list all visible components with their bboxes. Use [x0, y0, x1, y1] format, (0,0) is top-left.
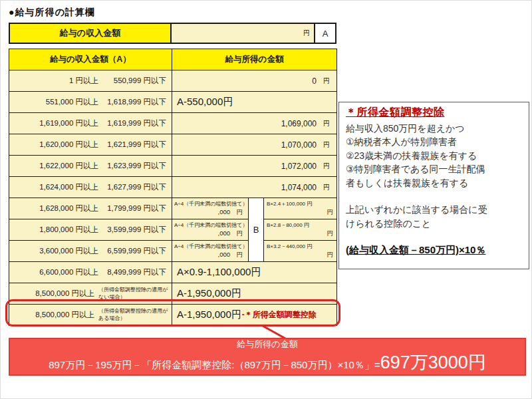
range-upper: 3,599,999 円以下: [98, 225, 172, 235]
range-upper: 1,619,999 円以下: [98, 118, 172, 128]
table-row-highlighted: 8,500,000 円以上（所得金額調整控除の適用がある場合） A-1,950,…: [9, 305, 337, 326]
range-lower: 6,600,000 円以上: [9, 267, 98, 277]
yen-unit-label: 円: [317, 183, 336, 192]
range-upper: 1,618,999 円以下: [98, 97, 172, 107]
yen-unit-label: 円: [317, 162, 336, 171]
table-row: 1,620,000 円以上1,621,999 円以下 1,070,000円: [9, 134, 337, 156]
page-title: ●給与所得の計算欄: [9, 7, 95, 19]
table-row: 3,600,000 円以上6,599,999 円以下 A÷4（千円未満の端数切捨…: [9, 241, 337, 262]
income-input-field: 円: [172, 24, 315, 43]
range-upper: 6,599,999 円以下: [98, 246, 172, 256]
salary-income-table: 給与の収入金額（A） 給与所得の金額 1 円以上550,999 円以下 0円 5…: [9, 49, 337, 326]
table-row: 1,622,000 円以上1,623,999 円以下 1,072,000円: [9, 156, 337, 177]
yen-unit-label: 円: [317, 119, 336, 128]
quarter-calc-unit: ,000 円: [172, 250, 248, 261]
range-lower: 8,500,000 円以上: [9, 289, 94, 299]
range-lower: 1,622,000 円以上: [9, 161, 98, 171]
amount-value: 1,072,000: [281, 162, 317, 171]
table-row: 8,500,000 円以上（所得金額調整控除の適用がない場合） A-1,950,…: [9, 283, 337, 305]
amount-formula: A-550,000円: [172, 96, 336, 108]
range-lower: 8,500,000 円以上: [9, 310, 94, 320]
quarter-calc-formula: A÷4（千円未満の端数切捨て）: [172, 220, 248, 229]
amount-value: 1,074,000: [281, 183, 317, 192]
income-ref-a-label: A: [315, 24, 335, 43]
yen-unit-label: 円: [317, 76, 336, 86]
yen-unit-label: 円: [264, 229, 336, 239]
income-input-row: 給与の収入金額 円 A: [9, 23, 336, 44]
banner-result-value: 697万3000円: [380, 350, 486, 374]
range-upper: 550,999 円以下: [98, 76, 172, 86]
quarter-calc-unit: ,000 円: [172, 207, 248, 218]
table-row: 1,800,000 円以上3,599,999 円以下 A÷4（千円未満の端数切捨…: [9, 219, 337, 241]
amount-formula: A×0.9-1,100,000円: [172, 266, 336, 279]
table-row: 1,619,000 円以上1,619,999 円以下 1,069,000円: [9, 113, 337, 134]
income-input-label: 給与の収入金額: [10, 24, 172, 43]
b-multiplier-formula: B×3.2－440,000 円: [264, 241, 336, 250]
range-upper: 1,799,999 円以下: [98, 203, 172, 213]
yen-unit-label: 円: [303, 29, 310, 38]
banner-title: 給与所得の金額: [237, 339, 297, 350]
note-conditions: 給与収入850万円を超えかつ ①納税者本人が特別障害者 ②23歳未満の扶養親族を…: [346, 122, 523, 190]
banner-calculation-text: 897万円－195万円－「所得金額調整控除:（897万円－850万円）×10％」…: [49, 359, 380, 372]
range-condition-note: （所得金額調整控除の適用がある場合）: [94, 308, 172, 323]
note-deduction-formula: (給与収入金額－850万円)×10％: [346, 244, 523, 257]
column-header-income-amount: 給与所得の金額: [172, 49, 337, 70]
adjustment-deduction-ref: -＊所得金額調整控除: [242, 309, 317, 321]
table-row: 1,628,000 円以上1,799,999 円以下 A÷4（千円未満の端数切捨…: [9, 198, 337, 219]
b-multiplier-formula: B×2.8－80,000 円: [264, 220, 336, 229]
yen-unit-label: 円: [317, 140, 336, 150]
range-lower: 3,600,000 円以上: [9, 246, 98, 256]
quarter-calc-formula: A÷4（千円未満の端数切捨て）: [172, 241, 248, 250]
result-banner: 給与所得の金額 897万円－195万円－「所得金額調整控除:（897万円－850…: [9, 338, 526, 376]
range-lower: 1,628,000 円以上: [9, 203, 98, 213]
range-lower: 1 円以上: [9, 76, 98, 86]
range-lower: 1,624,000 円以上: [9, 182, 98, 192]
yen-unit-label: 円: [264, 207, 336, 218]
amount-value: 0: [312, 76, 317, 86]
amount-formula: A-1,950,000円: [177, 309, 241, 321]
table-row: 1 円以上550,999 円以下 0円: [9, 70, 337, 92]
quarter-calc-formula: A÷4（千円未満の端数切捨て）: [172, 199, 248, 207]
amount-formula: A-1,950,000円: [172, 287, 336, 300]
column-header-income-range: 給与の収入金額（A）: [9, 49, 172, 70]
amount-value: 1,069,000: [281, 119, 317, 128]
range-upper: 1,621,999 円以下: [98, 140, 172, 150]
b-multiplier-formula: B×2.4＋100,000 円: [264, 199, 336, 207]
range-lower: 551,000 円以上: [9, 97, 98, 107]
banner-calculation-line: 897万円－195万円－「所得金額調整控除:（897万円－850万円）×10％」…: [49, 350, 486, 374]
range-upper: 1,623,999 円以下: [98, 161, 172, 171]
range-upper: 8,499,999 円以下: [98, 267, 172, 277]
quarter-calc-unit: ,000 円: [172, 229, 248, 239]
document-page: ●給与所得の計算欄 給与の収入金額 円 A 給与の収入金額（A） 給与所得の金額…: [0, 0, 532, 399]
range-condition-note: （所得金額調整控除の適用がない場合）: [94, 287, 172, 301]
table-row: 1,624,000 円以上1,627,999 円以下 1,074,000円: [9, 177, 337, 198]
yen-unit-label: 円: [264, 250, 336, 261]
b-reference-label: B: [249, 198, 264, 262]
table-row: 551,000 円以上1,618,999 円以下 A-550,000円: [9, 92, 337, 113]
adjustment-deduction-note-box: ＊所得金額調整控除 給与収入850万円を超えかつ ①納税者本人が特別障害者 ②2…: [338, 102, 529, 269]
table-row: 6,600,000 円以上8,499,999 円以下 A×0.9-1,100,0…: [9, 262, 337, 283]
range-lower: 1,619,000 円以上: [9, 118, 98, 128]
note-description: 上記いずれかに該当する場合に受 けられる控除のこと: [346, 203, 523, 230]
amount-value: 1,070,000: [281, 140, 317, 150]
range-lower: 1,800,000 円以上: [9, 225, 98, 235]
range-lower: 1,620,000 円以上: [9, 140, 98, 150]
range-upper: 1,627,999 円以下: [98, 182, 172, 192]
note-title: ＊所得金額調整控除: [346, 106, 523, 120]
table-header-row: 給与の収入金額（A） 給与所得の金額: [9, 49, 337, 70]
